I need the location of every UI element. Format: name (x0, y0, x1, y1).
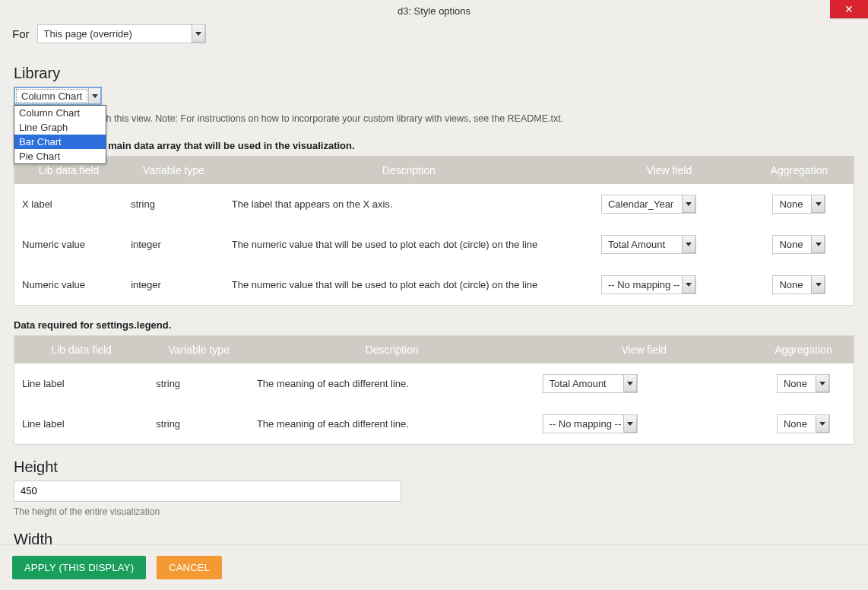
th-view: View field (594, 156, 745, 184)
cell-view: Total Amount (535, 363, 753, 404)
legend-table: Lib data field Variable type Description… (14, 335, 854, 445)
height-help: The height of the entire visualization (14, 506, 854, 517)
th-agg: Aggregation (753, 335, 854, 363)
th-agg: Aggregation (745, 156, 854, 184)
height-label: Height (14, 458, 854, 476)
apply-button[interactable]: Apply (this display) (12, 556, 146, 579)
library-select-value: Column Chart (16, 89, 87, 103)
chevron-down-icon (623, 375, 637, 392)
view-field-select[interactable]: -- No mapping -- (543, 414, 638, 433)
content-scroll[interactable]: Library Column Chart Column ChartLine Gr… (0, 51, 868, 544)
footer: Apply (this display) Cancel (0, 544, 868, 590)
library-option[interactable]: Pie Chart (14, 149, 106, 163)
view-field-select-value: Total Amount (602, 236, 682, 253)
chevron-down-icon (682, 276, 695, 293)
chevron-down-icon (88, 88, 100, 103)
aggregation-select-value: None (778, 415, 816, 433)
close-button[interactable]: ✕ (830, 0, 868, 18)
cell-lib: Line label (14, 363, 149, 404)
cell-view: -- No mapping -- (594, 265, 745, 306)
library-option[interactable]: Column Chart (14, 106, 106, 120)
cell-lib: Numeric value (14, 224, 124, 265)
library-select[interactable]: Column Chart (14, 87, 102, 105)
cell-desc: The label that appears on the X axis. (224, 184, 594, 224)
for-label: For (12, 27, 30, 40)
library-option[interactable]: Bar Chart (14, 135, 106, 149)
height-input[interactable] (14, 481, 401, 502)
aggregation-select[interactable]: None (772, 195, 825, 214)
chevron-down-icon (811, 236, 825, 253)
aggregation-select-value: None (773, 195, 811, 213)
aggregation-select-value: None (778, 375, 816, 392)
cancel-button[interactable]: Cancel (157, 556, 222, 579)
cell-lib: Line label (14, 404, 149, 445)
aggregation-select-value: None (773, 276, 811, 293)
view-field-select-value: Calendar_Year (602, 195, 682, 213)
view-field-select[interactable]: Total Amount (601, 235, 696, 254)
cell-desc: The meaning of each different line. (249, 363, 535, 404)
library-help-text: u would like to use with this view. Note… (14, 113, 854, 126)
cell-view: -- No mapping -- (535, 404, 753, 445)
table-row: Numeric valueintegerThe numeric value th… (14, 265, 854, 306)
view-field-select-value: Total Amount (543, 375, 623, 392)
chevron-down-icon (682, 195, 695, 213)
chevron-down-icon (811, 276, 825, 293)
chevron-down-icon (682, 236, 695, 253)
cell-view: Total Amount (594, 224, 745, 265)
aggregation-select[interactable]: None (777, 374, 830, 393)
cell-agg: None (753, 363, 854, 404)
window-titlebar: d3: Style options ✕ (0, 0, 868, 21)
cell-view: Calendar_Year (594, 184, 745, 224)
cell-vartype: string (148, 404, 249, 445)
view-field-select[interactable]: Calendar_Year (601, 195, 696, 214)
chevron-down-icon (623, 415, 637, 433)
aggregation-select-value: None (773, 236, 811, 253)
cell-vartype: string (148, 363, 249, 404)
cell-agg: None (745, 265, 854, 306)
cell-desc: The numeric value that will be used to p… (224, 265, 594, 306)
cell-agg: None (745, 184, 854, 224)
th-desc: Description (224, 156, 594, 184)
th-view: View field (535, 335, 753, 363)
chevron-down-icon (816, 375, 829, 392)
library-section-label: Library (14, 65, 854, 82)
cell-vartype: integer (123, 224, 224, 265)
cell-vartype: integer (123, 265, 224, 306)
chevron-down-icon (811, 195, 825, 213)
view-field-select[interactable]: Total Amount (543, 374, 638, 393)
aggregation-select[interactable]: None (777, 414, 830, 433)
table-row: X labelstringThe label that appears on t… (14, 184, 854, 224)
th-desc: Description (249, 335, 535, 363)
cell-vartype: string (123, 184, 224, 224)
table-row: Line labelstringThe meaning of each diff… (14, 363, 854, 404)
cell-agg: None (745, 224, 854, 265)
library-option[interactable]: Line Graph (14, 120, 106, 135)
table-row: Line labelstringThe meaning of each diff… (14, 404, 854, 445)
view-field-select[interactable]: -- No mapping -- (601, 275, 696, 294)
aggregation-select[interactable]: None (772, 275, 825, 294)
th-lib: Lib data field (14, 335, 149, 363)
th-var: Variable type (123, 156, 224, 184)
th-var: Variable type (148, 335, 249, 363)
window-title: d3: Style options (398, 5, 470, 17)
cell-lib: Numeric value (14, 265, 124, 306)
cell-desc: The numeric value that will be used to p… (224, 224, 594, 265)
table-row: Numeric valueintegerThe numeric value th… (14, 224, 854, 265)
rows-heading: gs.rows. This is the main data array tha… (14, 140, 854, 151)
chevron-down-icon (816, 415, 829, 433)
legend-heading: Data required for settings.legend. (14, 319, 854, 331)
for-select-value: This page (override) (38, 25, 192, 43)
close-icon: ✕ (844, 3, 854, 15)
view-field-select-value: -- No mapping -- (543, 415, 623, 433)
cell-desc: The meaning of each different line. (249, 404, 535, 445)
for-bar: For This page (override) (0, 21, 868, 51)
cell-agg: None (753, 404, 854, 445)
library-dropdown[interactable]: Column ChartLine GraphBar ChartPie Chart (14, 105, 106, 164)
chevron-down-icon (192, 25, 205, 43)
view-field-select-value: -- No mapping -- (602, 276, 682, 293)
cell-lib: X label (14, 184, 124, 224)
for-select[interactable]: This page (override) (37, 24, 206, 43)
aggregation-select[interactable]: None (772, 235, 825, 254)
rows-table: Lib data field Variable type Description… (14, 156, 854, 306)
width-label: Width (14, 531, 854, 545)
